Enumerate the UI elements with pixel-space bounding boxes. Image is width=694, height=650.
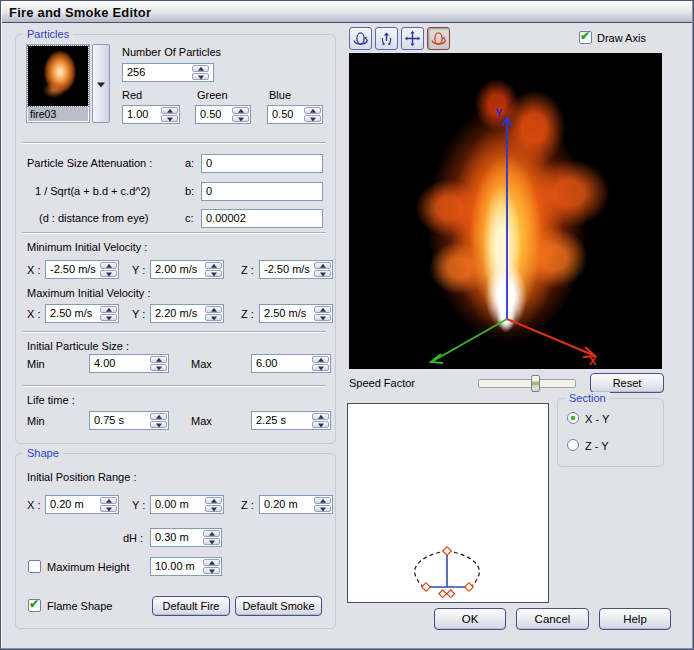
max-vel-z-spinner[interactable] bbox=[314, 306, 331, 321]
flame-shape-label: Flame Shape bbox=[47, 600, 112, 612]
min-vel-z-spinner[interactable] bbox=[314, 262, 331, 277]
size-max-spinner[interactable] bbox=[312, 356, 329, 371]
size-min-field[interactable]: 4.00 bbox=[89, 354, 169, 373]
b-label: b: bbox=[185, 185, 194, 197]
green-spinner[interactable] bbox=[232, 107, 249, 122]
particle-texture-preview[interactable]: fire03 bbox=[26, 44, 90, 123]
num-particles-spinner[interactable] bbox=[192, 65, 209, 80]
separator bbox=[23, 232, 326, 234]
rotate-object-icon bbox=[430, 30, 447, 47]
life-max-label: Max bbox=[191, 415, 212, 427]
max-height-spinner[interactable] bbox=[203, 559, 220, 574]
life-max-spinner[interactable] bbox=[312, 413, 329, 428]
pan-button[interactable] bbox=[401, 27, 424, 50]
size-min-spinner[interactable] bbox=[150, 356, 167, 371]
position-range-label: Initial Position Range : bbox=[27, 471, 136, 483]
min-vel-z-field[interactable]: -2.50 m/s bbox=[259, 260, 333, 279]
max-vel-z-field[interactable]: 2.50 m/s bbox=[259, 304, 333, 323]
separator bbox=[23, 385, 326, 387]
min-vel-x-spinner[interactable] bbox=[100, 262, 117, 277]
pos-x-field[interactable]: 0.20 m bbox=[45, 495, 119, 514]
texture-name: fire03 bbox=[28, 107, 88, 121]
check-icon: ✔ bbox=[29, 597, 39, 611]
max-height-field[interactable]: 10.00 m bbox=[150, 557, 222, 576]
red-field[interactable]: 1.00 bbox=[122, 105, 180, 124]
attenuation-a-field[interactable]: 0 bbox=[201, 154, 323, 173]
red-spinner[interactable] bbox=[161, 107, 178, 122]
max-velocity-label: Maximum Initial Velocity : bbox=[27, 287, 150, 299]
min-vel-y-spinner[interactable] bbox=[205, 262, 222, 277]
title-bar[interactable]: Fire and Smoke Editor bbox=[2, 2, 692, 23]
pos-z-spinner[interactable] bbox=[314, 497, 331, 512]
draw-axis-label: Draw Axis bbox=[597, 32, 646, 44]
max-height-label: Maximum Height bbox=[47, 561, 130, 573]
life-min-field[interactable]: 0.75 s bbox=[89, 411, 169, 430]
section-xy-radio[interactable] bbox=[567, 412, 579, 424]
attenuation-hint: (d : distance from eye) bbox=[39, 212, 148, 224]
ok-button[interactable]: OK bbox=[434, 608, 506, 630]
life-max-field[interactable]: 2.25 s bbox=[251, 411, 331, 430]
pos-y-spinner[interactable] bbox=[205, 497, 222, 512]
pos-z-label: Z : bbox=[241, 499, 254, 511]
rotate-horizontal-icon bbox=[352, 30, 369, 47]
window-title: Fire and Smoke Editor bbox=[9, 5, 151, 20]
section-view[interactable] bbox=[347, 403, 549, 603]
flame-shape-checkbox[interactable]: ✔ bbox=[28, 599, 41, 612]
section-zy-label: Z - Y bbox=[585, 440, 609, 452]
max-vel-x-spinner[interactable] bbox=[100, 306, 117, 321]
dh-label: dH : bbox=[123, 532, 143, 544]
check-icon: ✔ bbox=[580, 29, 590, 43]
speed-factor-slider-thumb[interactable] bbox=[531, 375, 540, 392]
min-velocity-label: Minimum Initial Velocity : bbox=[27, 241, 147, 253]
max-height-checkbox[interactable] bbox=[28, 560, 41, 573]
pos-x-spinner[interactable] bbox=[100, 497, 117, 512]
max-vel-y-field[interactable]: 2.20 m/s bbox=[150, 304, 224, 323]
max-vel-z-label: Z : bbox=[241, 308, 254, 320]
min-vel-y-field[interactable]: 2.00 m/s bbox=[150, 260, 224, 279]
size-max-field[interactable]: 6.00 bbox=[251, 354, 331, 373]
section-zy-radio[interactable] bbox=[567, 439, 579, 451]
fire-3d-viewport[interactable]: Y X bbox=[349, 53, 662, 369]
cancel-button[interactable]: Cancel bbox=[516, 608, 589, 630]
num-particles-field[interactable]: 256 bbox=[122, 63, 214, 82]
dh-spinner[interactable] bbox=[203, 530, 220, 545]
size-max-label: Max bbox=[191, 358, 212, 370]
default-fire-button[interactable]: Default Fire bbox=[152, 596, 230, 616]
reset-button[interactable]: Reset bbox=[590, 373, 664, 393]
max-vel-y-spinner[interactable] bbox=[205, 306, 222, 321]
blue-field[interactable]: 0.50 bbox=[267, 105, 323, 124]
life-min-spinner[interactable] bbox=[150, 413, 167, 428]
green-label: Green bbox=[197, 89, 228, 101]
pos-y-field[interactable]: 0.00 m bbox=[150, 495, 224, 514]
section-group bbox=[557, 398, 664, 467]
draw-axis-checkbox[interactable]: ✔ bbox=[579, 31, 592, 44]
max-vel-x-label: X : bbox=[27, 308, 40, 320]
green-field[interactable]: 0.50 bbox=[195, 105, 251, 124]
particle-size-label: Initial Particule Size : bbox=[27, 340, 129, 352]
blue-spinner[interactable] bbox=[304, 107, 321, 122]
speed-factor-slider[interactable] bbox=[478, 379, 576, 388]
min-vel-z-label: Z : bbox=[241, 264, 254, 276]
num-particles-label: Number Of Particles bbox=[122, 46, 221, 58]
section-group-label: Section bbox=[565, 392, 610, 404]
life-time-label: Life time : bbox=[27, 394, 75, 406]
fire-texture-image bbox=[28, 46, 88, 106]
help-button[interactable]: Help bbox=[599, 608, 671, 630]
rotate-vertical-icon bbox=[378, 30, 395, 47]
pan-icon bbox=[404, 30, 421, 47]
blue-label: Blue bbox=[269, 89, 291, 101]
attenuation-b-field[interactable]: 0 bbox=[201, 182, 323, 201]
rotate-vertical-button[interactable] bbox=[375, 27, 398, 50]
rotate-object-button[interactable] bbox=[427, 27, 450, 50]
texture-dropdown-button[interactable] bbox=[92, 44, 110, 123]
pos-y-label: Y : bbox=[132, 499, 145, 511]
dh-field[interactable]: 0.30 m bbox=[150, 528, 222, 547]
axis-x-label: X bbox=[589, 355, 597, 367]
pos-z-field[interactable]: 0.20 m bbox=[259, 495, 333, 514]
default-smoke-button[interactable]: Default Smoke bbox=[235, 596, 322, 616]
attenuation-c-field[interactable]: 0.00002 bbox=[201, 209, 323, 228]
max-vel-x-field[interactable]: 2.50 m/s bbox=[45, 304, 119, 323]
speed-factor-label: Speed Factor bbox=[349, 377, 415, 389]
min-vel-x-field[interactable]: -2.50 m/s bbox=[45, 260, 119, 279]
rotate-horizontal-button[interactable] bbox=[349, 27, 372, 50]
